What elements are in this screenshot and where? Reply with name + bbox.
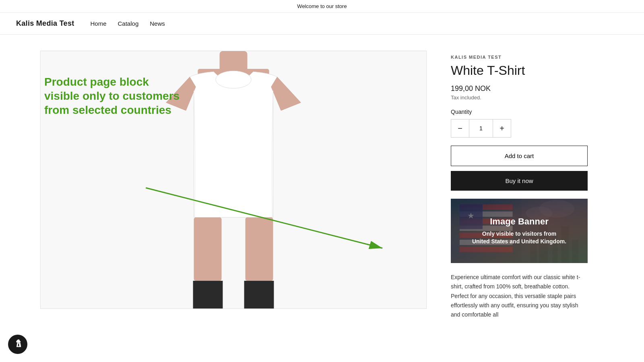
banner-subtitle: Only visible to visitors from United Sta… [472, 230, 566, 246]
svg-rect-7 [194, 218, 222, 281]
header-icons [615, 22, 628, 25]
product-image-container [40, 51, 427, 309]
image-banner: ★ Image Banner Only visible to visitors … [451, 199, 588, 263]
buy-now-button[interactable]: Buy it now [451, 171, 588, 191]
nav: Home Catalog News [91, 20, 165, 27]
nav-link-news[interactable]: News [150, 20, 165, 27]
banner-title: Image Banner [472, 216, 566, 227]
nav-link-catalog[interactable]: Catalog [118, 20, 139, 27]
shopify-badge[interactable] [8, 335, 27, 335]
quantity-decrease-button[interactable]: − [451, 119, 469, 137]
quantity-label: Quantity [451, 109, 588, 115]
quantity-increase-button[interactable]: + [493, 119, 511, 137]
announcement-bar: Welcome to our store [0, 0, 644, 13]
add-to-cart-button[interactable]: Add to cart [451, 146, 588, 166]
announcement-text: Welcome to our store [297, 3, 347, 9]
product-title: White T-Shirt [451, 63, 588, 78]
product-tshirt-image [41, 51, 426, 309]
header: Kalis Media Test Home Catalog News [0, 13, 644, 35]
svg-rect-10 [244, 281, 274, 309]
svg-rect-9 [193, 281, 223, 309]
header-left: Kalis Media Test Home Catalog News [16, 19, 165, 28]
product-details: KALIS MEDIA TEST White T-Shirt 199,00 NO… [451, 51, 588, 319]
svg-rect-28 [572, 240, 579, 263]
brand-label: KALIS MEDIA TEST [451, 55, 588, 60]
main-content: Product page block visible only to custo… [40, 35, 604, 335]
nav-link-home[interactable]: Home [91, 20, 107, 27]
svg-point-6 [216, 71, 252, 88]
product-price: 199,00 NOK [451, 84, 588, 93]
banner-text-container: Image Banner Only visible to visitors fr… [472, 216, 566, 246]
svg-rect-20 [460, 247, 513, 252]
store-name: Kalis Media Test [16, 19, 74, 28]
tax-note: Tax included. [451, 95, 588, 101]
product-description: Experience ultimate comfort with our cla… [451, 273, 588, 319]
quantity-control: − 1 + [451, 119, 511, 138]
product-image-section: Product page block visible only to custo… [40, 51, 427, 319]
svg-rect-8 [246, 218, 273, 281]
search-button[interactable] [615, 22, 618, 25]
cart-button[interactable] [625, 22, 628, 25]
quantity-value: 1 [469, 119, 493, 137]
